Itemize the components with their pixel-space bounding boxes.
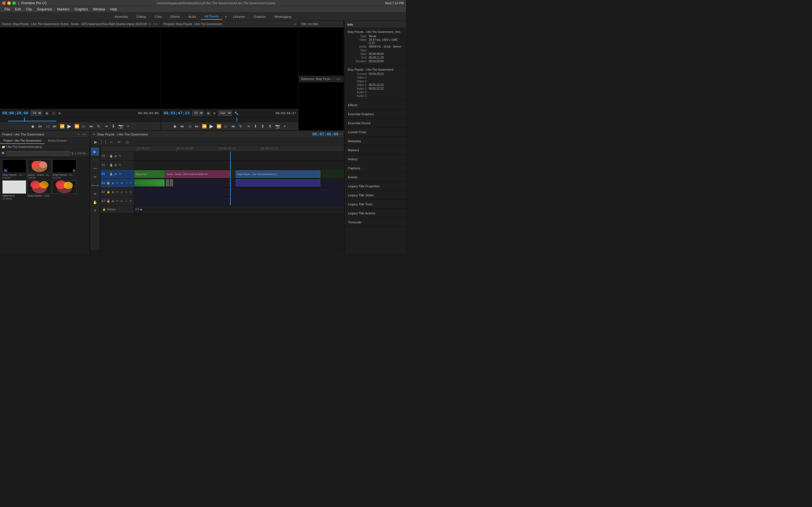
source-marker-in-icon[interactable]: ◆ — [30, 123, 36, 129]
slip-tool-btn[interactable]: ⟵⟶ — [91, 181, 99, 189]
track-sync-v3[interactable]: ◉ — [114, 154, 117, 158]
reference-expand[interactable]: >> — [335, 77, 341, 81]
program-step-back-icon[interactable]: ◁ — [187, 123, 192, 129]
master-expand[interactable]: ▶ — [140, 208, 143, 211]
metadata-panel-item[interactable]: Metadata — [345, 136, 406, 146]
minimize-button[interactable] — [7, 1, 11, 5]
maximize-button[interactable] — [12, 1, 16, 5]
source-step-fwd-icon[interactable]: ⏩ — [74, 123, 80, 129]
audio-clip-a1-1[interactable] — [134, 179, 165, 186]
source-play-button[interactable]: ▶ — [66, 123, 72, 129]
legacy-title-tools-panel-item[interactable]: Legacy Title Tools — [345, 200, 406, 209]
list-item[interactable]: ⊞ Shay Peyote - I Am T... 9;12;00 — [52, 159, 77, 179]
source-scope-icon[interactable]: ▣ — [45, 111, 49, 115]
source-step-back-icon[interactable]: ◁ — [45, 123, 50, 129]
menu-markers[interactable]: Markers — [55, 7, 71, 12]
source-prev-frame-icon[interactable]: ⏭ — [52, 123, 57, 129]
workspace-assembly[interactable]: Assembly — [111, 14, 132, 19]
essential-graphics-panel-item[interactable]: Essential Graphics — [345, 110, 406, 119]
source-camera-icon[interactable]: 📷 — [118, 123, 123, 129]
program-wrench-icon[interactable]: 🔧 — [234, 111, 239, 115]
select-tool-btn[interactable]: ▶ — [91, 148, 99, 156]
events-panel-item[interactable]: Events — [345, 173, 406, 182]
source-monitor-expand[interactable]: >> — [152, 22, 158, 26]
track-mic-a1[interactable]: 🎙 — [129, 181, 133, 185]
program-insert-icon[interactable]: ⇥ — [245, 123, 251, 129]
program-full-dropdown[interactable]: Full — [218, 110, 232, 116]
markers-panel-item[interactable]: Markers — [345, 146, 406, 155]
menu-sequence[interactable]: Sequence — [35, 7, 54, 12]
track-lock-a1[interactable]: 🔒 — [106, 181, 110, 185]
track-visible-a3[interactable]: 👁 — [115, 199, 119, 203]
project-panel-menu[interactable]: ≡ — [78, 133, 80, 136]
track-lock-a2[interactable]: 🔒 — [106, 190, 110, 194]
program-prev-edit-icon[interactable]: ⏮ — [179, 123, 185, 129]
menu-help[interactable]: Help — [108, 7, 119, 12]
timeline-scrollbar[interactable] — [90, 250, 344, 253]
source-export-icon[interactable]: ↗ — [51, 111, 56, 115]
menu-clip[interactable]: Clip — [24, 7, 34, 12]
track-sync-a2[interactable]: ◉ — [111, 190, 115, 194]
clip-v1-1[interactable]: Shay Peyo... — [134, 170, 165, 178]
track-lock-v3[interactable]: 🔒 — [109, 154, 113, 158]
track-mic-a3[interactable]: 🎙 — [129, 199, 133, 203]
track-visible-a2[interactable]: 👁 — [115, 190, 119, 194]
track-lock-v1[interactable]: 🔒 — [109, 172, 113, 176]
track-visible-a1[interactable]: 👁 — [115, 181, 119, 185]
list-item[interactable]: Ai Shay Peyote - I Am T... 3;04;00 — [2, 159, 26, 179]
program-marker-in-icon[interactable]: ◆ — [172, 123, 177, 129]
program-next-edit-icon[interactable]: ⏭ — [231, 123, 236, 129]
list-item[interactable]: Scene - Scene - IATG... 3;04;00 — [28, 159, 51, 179]
list-item[interactable] — [52, 180, 77, 200]
pen-tool-btn[interactable]: ✏ — [91, 190, 99, 198]
timeline-panel-menu[interactable]: ≡ — [340, 133, 342, 136]
track-mute-a2[interactable]: M — [120, 190, 124, 194]
program-scope-icon[interactable]: ▣ — [206, 111, 211, 115]
track-lock-a3[interactable]: 🔒 — [106, 199, 110, 203]
timeline-close-btn[interactable]: ✕ — [93, 132, 95, 136]
timeline-select-tool[interactable]: ▶ — [93, 139, 99, 145]
source-insert-icon[interactable]: ⇥ — [103, 123, 109, 129]
timeline-ripple-tool[interactable]: ⋮⋮ — [100, 139, 107, 145]
source-next-edit-icon[interactable]: ⏭ — [89, 123, 94, 129]
source-add-icon[interactable]: + — [125, 123, 131, 129]
timeline-razor-tool[interactable]: ✂ — [116, 139, 122, 145]
razor-tool-btn[interactable]: ✂ — [91, 173, 99, 181]
menu-edit[interactable]: Edit — [13, 7, 23, 12]
program-lift-icon[interactable]: ⬆ — [260, 123, 266, 129]
captions-panel-item[interactable]: Captions — [345, 164, 406, 173]
menu-window[interactable]: Window — [91, 7, 107, 12]
workspace-color[interactable]: Color — [151, 14, 166, 19]
source-step-back2-icon[interactable]: ⏪ — [59, 123, 65, 129]
program-fit-dropdown[interactable]: Fit — [192, 110, 204, 116]
source-fit-dropdown[interactable]: Fit — [31, 110, 42, 116]
program-prev-frame-icon[interactable]: ⏭ — [194, 123, 200, 129]
track-mic-a2[interactable]: 🎙 — [129, 190, 133, 194]
program-zoom-icon[interactable]: ⊕ — [213, 111, 216, 115]
lumetri-color-panel-item[interactable]: Lumetri Color — [345, 128, 406, 136]
legacy-title-styles-panel-item[interactable]: Legacy Title Styles — [345, 191, 406, 200]
program-next-frame-icon[interactable]: ▷ — [223, 123, 229, 129]
workspace-metalogging[interactable]: Metalogging — [270, 14, 295, 19]
text-tool-btn[interactable]: T — [91, 207, 99, 215]
track-visible-v1[interactable]: 👁 — [118, 172, 122, 176]
track-sync-a3[interactable]: ◉ — [111, 199, 115, 203]
source-next-frame-icon[interactable]: ▷ — [81, 123, 87, 129]
legacy-title-actions-panel-item[interactable]: Legacy Title Actions — [345, 209, 406, 218]
timecode-panel-item[interactable]: Timecode — [345, 218, 406, 227]
program-camera-icon[interactable]: 📷 — [274, 123, 280, 129]
workspace-editing[interactable]: Editing — [133, 14, 150, 19]
project-tab[interactable]: Project: I Am The Government — [0, 138, 45, 144]
timeline-track-select-tool[interactable]: ↔ — [108, 139, 114, 145]
source-monitor-scrubbar[interactable] — [0, 117, 161, 122]
program-step-back2-icon[interactable]: ⏪ — [201, 123, 207, 129]
track-sync-v1[interactable]: ◉ — [114, 172, 117, 176]
list-item[interactable]: Shay Peyote - I Am... — [28, 180, 51, 200]
menu-file[interactable]: File — [2, 7, 12, 12]
source-overwrite-icon[interactable]: ⬇ — [110, 123, 116, 129]
track-sync-a1[interactable]: ◉ — [111, 181, 115, 185]
track-solo-a3[interactable]: S — [124, 199, 128, 203]
program-play-button[interactable]: ▶ — [209, 123, 214, 129]
workspace-allpanels[interactable]: All Panels — [201, 13, 222, 20]
project-search-input[interactable] — [6, 151, 70, 156]
